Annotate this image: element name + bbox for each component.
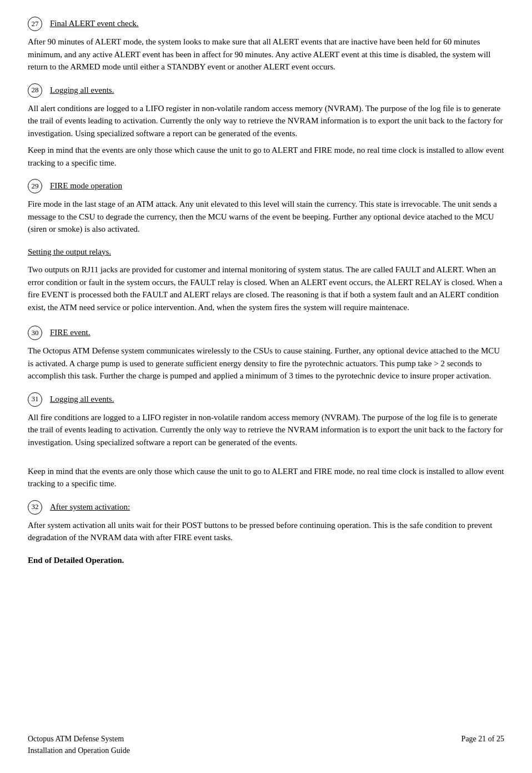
end-section: End of Detailed Operation. (28, 554, 504, 567)
section-30: 30 FIRE event. The Octopus ATM Defense s… (28, 326, 504, 382)
section-31-num: 31 (28, 392, 42, 407)
footer-left: Octopus ATM Defense System Installation … (28, 734, 130, 756)
section-28-body-0: All alert conditions are logged to a LIF… (28, 102, 504, 140)
section-30-num: 30 (28, 326, 42, 340)
section-28-body-1: Keep in mind that the events are only th… (28, 144, 504, 169)
section-29-title: FIRE mode operation (50, 180, 122, 192)
footer-guide: Installation and Operation Guide (28, 745, 130, 756)
end-text: End of Detailed Operation. (28, 554, 504, 567)
section-31-body-1: Keep in mind that the events are only th… (28, 465, 504, 490)
section-28-num: 28 (28, 83, 42, 98)
footer-product: Octopus ATM Defense System (28, 734, 130, 745)
section-output-relays: Setting the output relays. Two outputs o… (28, 246, 504, 314)
section-31: 31 Logging all events. All fire conditio… (28, 392, 504, 490)
section-27: 27 Final ALERT event check. After 90 min… (28, 17, 504, 73)
section-30-header: 30 FIRE event. (28, 326, 504, 340)
section-31-body-0: All fire conditions are logged to a LIFO… (28, 411, 504, 449)
section-27-body-0: After 90 minutes of ALERT mode, the syst… (28, 36, 504, 73)
section-29: 29 FIRE mode operation Fire mode in the … (28, 179, 504, 236)
section-27-title: Final ALERT event check. (50, 18, 139, 30)
section-27-num: 27 (28, 17, 42, 31)
section-28-header: 28 Logging all events. (28, 83, 504, 98)
output-relays-body-0: Two outputs on RJ11 jacks are provided f… (28, 263, 504, 313)
section-32-header: 32 After system activation: (28, 500, 504, 515)
section-32-num: 32 (28, 500, 42, 515)
section-29-body-0: Fire mode in the last stage of an ATM at… (28, 198, 504, 236)
output-relays-title: Setting the output relays. (28, 246, 504, 258)
section-30-body-0: The Octopus ATM Defense system communica… (28, 345, 504, 382)
section-32-title: After system activation: (50, 501, 130, 513)
section-32-body-0: After system activation all units wait f… (28, 519, 504, 544)
section-29-header: 29 FIRE mode operation (28, 179, 504, 193)
section-32: 32 After system activation: After system… (28, 500, 504, 544)
section-28-title: Logging all events. (50, 84, 114, 97)
section-27-header: 27 Final ALERT event check. (28, 17, 504, 31)
section-30-title: FIRE event. (50, 327, 91, 339)
section-29-num: 29 (28, 179, 42, 193)
section-28: 28 Logging all events. All alert conditi… (28, 83, 504, 169)
section-31-header: 31 Logging all events. (28, 392, 504, 407)
footer: Octopus ATM Defense System Installation … (28, 734, 504, 756)
section-31-title: Logging all events. (50, 393, 114, 406)
footer-page: Page 21 of 25 (461, 734, 504, 756)
